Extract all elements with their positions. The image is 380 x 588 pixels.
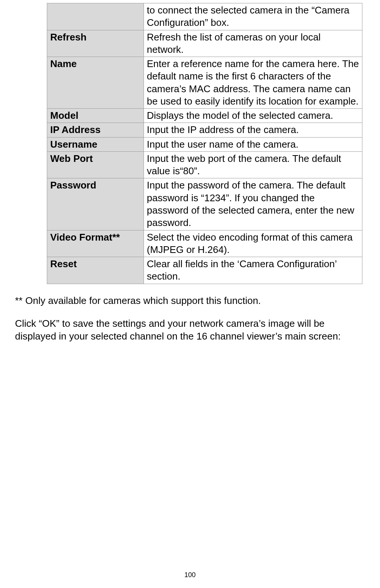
param-description: Enter a reference name for the camera he… xyxy=(144,57,362,109)
body-paragraph: Click “OK” to save the settings and your… xyxy=(15,317,365,343)
table-row: Password Input the password of the camer… xyxy=(47,178,362,230)
param-label: Name xyxy=(47,57,144,109)
table-row: Refresh Refresh the list of cameras on y… xyxy=(47,30,362,57)
param-description: Refresh the list of cameras on your loca… xyxy=(144,30,362,57)
table-row: IP Address Input the IP address of the c… xyxy=(47,123,362,137)
param-label xyxy=(47,3,144,30)
param-description: to connect the selected camera in the “C… xyxy=(144,3,362,30)
param-description: Input the IP address of the camera. xyxy=(144,123,362,137)
param-label: Web Port xyxy=(47,151,144,178)
table-row: Username Input the user name of the came… xyxy=(47,137,362,151)
param-label: Refresh xyxy=(47,30,144,57)
page-content: to connect the selected camera in the “C… xyxy=(0,3,380,343)
param-description: Displays the model of the selected camer… xyxy=(144,109,362,123)
param-description: Clear all fields in the ‘Camera Configur… xyxy=(144,257,362,284)
table-row: Web Port Input the web port of the camer… xyxy=(47,151,362,178)
table-row: to connect the selected camera in the “C… xyxy=(47,3,362,30)
param-description: Input the password of the camera. The de… xyxy=(144,178,362,230)
param-label: IP Address xyxy=(47,123,144,137)
param-description: Input the web port of the camera. The de… xyxy=(144,151,362,178)
table-row: Reset Clear all fields in the ‘Camera Co… xyxy=(47,257,362,284)
param-label: Password xyxy=(47,178,144,230)
param-label: Reset xyxy=(47,257,144,284)
table-row: Name Enter a reference name for the came… xyxy=(47,57,362,109)
param-label: Username xyxy=(47,137,144,151)
parameter-table: to connect the selected camera in the “C… xyxy=(47,3,362,284)
param-label: Model xyxy=(47,109,144,123)
page-number: 100 xyxy=(0,571,380,579)
param-description: Input the user name of the camera. xyxy=(144,137,362,151)
param-description: Select the video encoding format of this… xyxy=(144,230,362,257)
param-label: Video Format** xyxy=(47,230,144,257)
table-row: Model Displays the model of the selected… xyxy=(47,109,362,123)
footnote-text: ** Only available for cameras which supp… xyxy=(15,295,365,307)
table-row: Video Format** Select the video encoding… xyxy=(47,230,362,257)
